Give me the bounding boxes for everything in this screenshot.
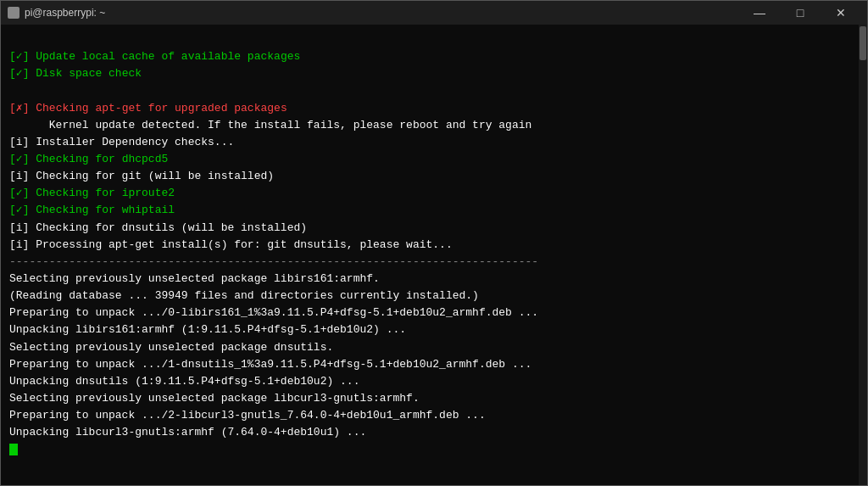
- line-1: [✓] Update local cache of available pack…: [9, 50, 300, 63]
- line-3: [✗] Checking apt-get for upgraded packag…: [9, 102, 287, 115]
- line-20: Preparing to unpack .../2-libcurl3-gnutl…: [9, 409, 486, 422]
- line-15: Unpacking libirs161:armhf (1:9.11.5.P4+d…: [9, 323, 406, 336]
- line-17: Preparing to unpack .../1-dnsutils_1%3a9…: [9, 358, 531, 371]
- terminal-cursor: [9, 444, 18, 455]
- line-12: Selecting previously unselected package …: [9, 272, 380, 285]
- line-10: [i] Checking for dnsutils (will be insta…: [9, 221, 307, 234]
- close-button[interactable]: ✕: [821, 1, 860, 25]
- scrollbar-thumb[interactable]: [860, 26, 866, 60]
- line-6: [✓] Checking for dhcpcd5: [9, 153, 168, 165]
- line-8: [✓] Checking for iproute2: [9, 187, 175, 199]
- title-bar-left: pi@raspberrypi: ~: [8, 7, 105, 19]
- line-21: Unpacking libcurl3-gnutls:armhf (7.64.0-…: [9, 426, 366, 439]
- maximize-button[interactable]: □: [781, 1, 820, 25]
- title-bar: pi@raspberrypi: ~ — □ ✕: [1, 1, 867, 25]
- line-13: (Reading database ... 39949 files and di…: [9, 289, 479, 302]
- line-9: [✓] Checking for whiptail: [9, 204, 175, 216]
- line-11: [i] Processing apt-get install(s) for: g…: [9, 238, 453, 251]
- terminal-content: [✓] Update local cache of available pack…: [9, 31, 859, 476]
- terminal-body[interactable]: [✓] Update local cache of available pack…: [1, 25, 867, 485]
- divider-line: ----------------------------------------…: [9, 255, 538, 268]
- terminal-icon: [8, 7, 19, 19]
- window-controls: — □ ✕: [740, 1, 860, 25]
- line-4: Kernel update detected. If the install f…: [9, 119, 531, 131]
- terminal-window: pi@raspberrypi: ~ — □ ✕ [✓] Update local…: [0, 0, 868, 486]
- minimize-button[interactable]: —: [740, 1, 779, 25]
- line-19: Selecting previously unselected package …: [9, 392, 420, 405]
- line-2: [✓] Disk space check: [9, 67, 142, 80]
- line-18: Unpacking dnsutils (1:9.11.5.P4+dfsg-5.1…: [9, 375, 359, 388]
- line-14: Preparing to unpack .../0-libirs161_1%3a…: [9, 306, 538, 319]
- line-16: Selecting previously unselected package …: [9, 341, 333, 354]
- window-title: pi@raspberrypi: ~: [25, 7, 105, 19]
- line-7: [i] Checking for git (will be installed): [9, 170, 274, 182]
- scrollbar[interactable]: [859, 25, 867, 485]
- line-5: [i] Installer Dependency checks...: [9, 136, 234, 148]
